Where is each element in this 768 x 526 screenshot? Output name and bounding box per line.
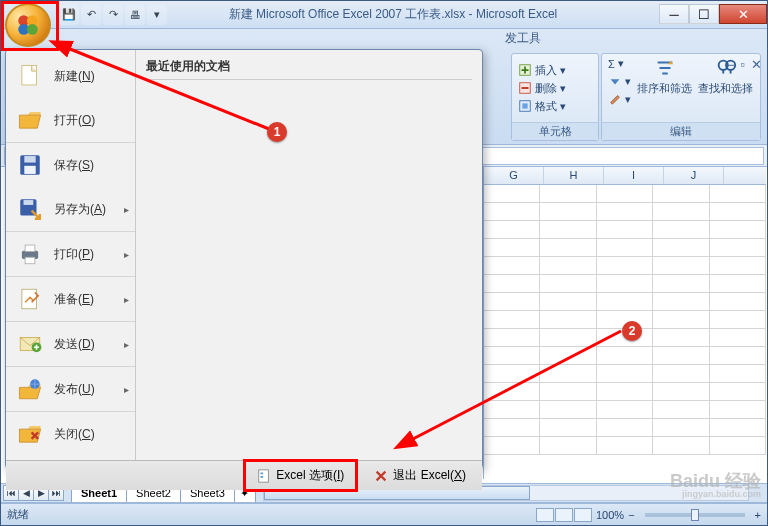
- qat-undo-icon[interactable]: ↶: [81, 5, 101, 25]
- svg-rect-10: [22, 65, 37, 85]
- ribbon-fill-button[interactable]: ▾: [608, 74, 631, 88]
- mdi-minimize-button[interactable]: ─: [725, 57, 734, 72]
- col-header[interactable]: G: [484, 167, 544, 184]
- office-menu: 新建(N) 打开(O) 保存(S) 另存为(A)▸ 打印(P)▸ 准备(E)▸: [5, 49, 483, 469]
- ribbon-insert-button[interactable]: 插入 ▾: [518, 63, 566, 78]
- save-as-icon: [16, 195, 44, 223]
- ribbon-format-button[interactable]: 格式 ▾: [518, 99, 566, 114]
- office-logo-icon: [15, 12, 41, 38]
- zoom-slider[interactable]: [645, 513, 745, 517]
- svg-rect-18: [25, 257, 35, 264]
- col-header[interactable]: I: [604, 167, 664, 184]
- mdi-restore-button[interactable]: ▫: [740, 57, 745, 72]
- menu-prepare[interactable]: 准备(E)▸: [6, 277, 135, 322]
- print-icon: [16, 240, 44, 268]
- ribbon-tab-devtools[interactable]: 发工具: [501, 28, 545, 49]
- excel-options-button[interactable]: Excel 选项(I): [249, 463, 352, 488]
- ribbon-sort-filter-button[interactable]: 排序和筛选: [637, 57, 692, 96]
- qat-save-icon[interactable]: 💾: [59, 5, 79, 25]
- window-title: 新建 Microsoft Office Excel 2007 工作表.xlsx …: [127, 6, 659, 23]
- menu-close[interactable]: 关闭(C): [6, 412, 135, 456]
- annotation-highlight-options: Excel 选项(I): [243, 459, 358, 492]
- recent-documents-title: 最近使用的文档: [146, 58, 472, 80]
- svg-rect-7: [522, 103, 527, 108]
- open-folder-icon: [16, 106, 44, 134]
- svg-rect-25: [261, 476, 264, 478]
- watermark: Baidu 经验 jingyan.baidu.com: [670, 472, 761, 499]
- ribbon-autosum-button[interactable]: Σ ▾: [608, 57, 631, 70]
- svg-rect-17: [25, 245, 35, 252]
- svg-rect-15: [24, 200, 34, 205]
- new-file-icon: [16, 62, 44, 90]
- ribbon-clear-button[interactable]: ▾: [608, 92, 631, 106]
- svg-rect-13: [24, 166, 35, 174]
- col-header[interactable]: H: [544, 167, 604, 184]
- menu-open[interactable]: 打开(O): [6, 98, 135, 143]
- ribbon-group-cells-label: 单元格: [512, 122, 598, 140]
- options-page-icon: [257, 469, 271, 483]
- menu-save[interactable]: 保存(S): [6, 143, 135, 187]
- view-break-button[interactable]: [574, 508, 592, 522]
- exit-excel-button[interactable]: 退出 Excel(X): [366, 463, 474, 488]
- view-normal-button[interactable]: [536, 508, 554, 522]
- menu-new[interactable]: 新建(N): [6, 54, 135, 98]
- zoom-out-button[interactable]: −: [628, 509, 634, 521]
- status-ready: 就绪: [7, 507, 29, 522]
- office-button[interactable]: [5, 3, 51, 47]
- zoom-in-button[interactable]: +: [755, 509, 761, 521]
- menu-save-as[interactable]: 另存为(A)▸: [6, 187, 135, 232]
- close-file-icon: [16, 420, 44, 448]
- annotation-marker-2: 2: [622, 321, 642, 341]
- save-disk-icon: [16, 151, 44, 179]
- zoom-level[interactable]: 100%: [596, 509, 624, 521]
- svg-rect-24: [261, 472, 264, 474]
- ribbon-group-editing-label: 编辑: [602, 122, 760, 140]
- ribbon-delete-button[interactable]: 删除 ▾: [518, 81, 566, 96]
- office-menu-commands: 新建(N) 打开(O) 保存(S) 另存为(A)▸ 打印(P)▸ 准备(E)▸: [6, 50, 136, 460]
- window-minimize-button[interactable]: ─: [659, 4, 689, 24]
- menu-print[interactable]: 打印(P)▸: [6, 232, 135, 277]
- view-layout-button[interactable]: [555, 508, 573, 522]
- menu-send[interactable]: 发送(D)▸: [6, 322, 135, 367]
- qat-redo-icon[interactable]: ↷: [103, 5, 123, 25]
- col-header[interactable]: J: [664, 167, 724, 184]
- prepare-icon: [16, 285, 44, 313]
- window-maximize-button[interactable]: ☐: [689, 4, 719, 24]
- send-mail-icon: [16, 330, 44, 358]
- exit-x-icon: [374, 469, 388, 483]
- menu-publish[interactable]: 发布(U)▸: [6, 367, 135, 412]
- annotation-marker-1: 1: [267, 122, 287, 142]
- window-close-button[interactable]: ✕: [719, 4, 767, 24]
- publish-icon: [16, 375, 44, 403]
- column-headers: G H I J: [484, 167, 766, 185]
- recent-documents-panel: 最近使用的文档: [136, 50, 482, 460]
- mdi-close-button[interactable]: ✕: [751, 57, 762, 72]
- svg-rect-23: [259, 469, 269, 481]
- svg-rect-12: [24, 156, 35, 163]
- svg-point-3: [27, 24, 38, 35]
